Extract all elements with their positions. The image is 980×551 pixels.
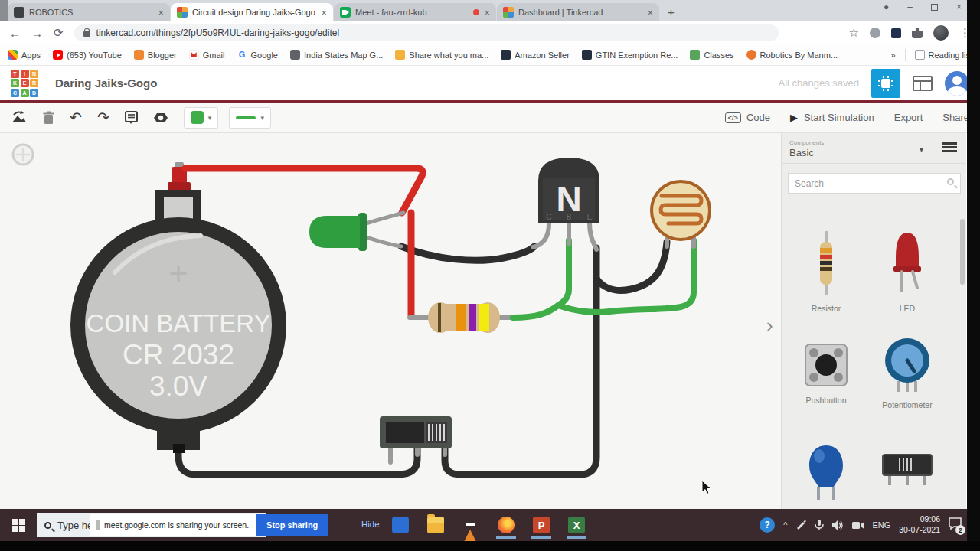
- undo-button[interactable]: ↶: [70, 109, 82, 126]
- zoom-to-fit-button[interactable]: [13, 145, 33, 165]
- language-indicator[interactable]: ENG: [872, 520, 890, 530]
- panel-collapse-chevron[interactable]: ›: [766, 314, 773, 337]
- maximize-button[interactable]: [931, 4, 938, 11]
- circuits-mode-button[interactable]: [871, 69, 900, 98]
- tinkercad-favicon-icon: [177, 7, 188, 18]
- reload-icon[interactable]: ⟳: [54, 26, 64, 40]
- close-window-button[interactable]: ×: [956, 2, 962, 12]
- hidden-icons-chevron[interactable]: ^: [783, 520, 787, 530]
- bookmark-apps[interactable]: Apps: [8, 50, 41, 60]
- tab-dashboard[interactable]: Dashboard | Tinkercad ×: [497, 3, 659, 21]
- extensions-puzzle-icon[interactable]: [912, 28, 923, 38]
- amazon-icon: [582, 50, 592, 60]
- reading-list-icon: [915, 50, 925, 60]
- file-explorer-icon[interactable]: [427, 517, 444, 533]
- close-icon[interactable]: ×: [647, 7, 653, 18]
- camera-icon[interactable]: [852, 521, 864, 530]
- delete-button[interactable]: [43, 111, 54, 125]
- hide-banner-button[interactable]: Hide: [361, 520, 380, 529]
- component-resistor[interactable]: Resistor: [786, 231, 866, 313]
- new-tab-button[interactable]: +: [668, 5, 675, 18]
- design-title[interactable]: Daring Jaiks-Gogo: [55, 77, 157, 90]
- view-grid-icon[interactable]: [913, 76, 933, 91]
- excel-app-icon[interactable]: X: [568, 517, 585, 533]
- wire-style-dropdown[interactable]: ▾: [229, 107, 271, 129]
- stop-sharing-button[interactable]: Stop sharing: [256, 514, 328, 536]
- tab-meet[interactable]: Meet - fau-zrrd-kub ×: [334, 3, 496, 21]
- action-center-button[interactable]: 2: [949, 517, 962, 533]
- start-button[interactable]: [0, 509, 37, 541]
- notes-button[interactable]: [125, 111, 138, 125]
- bookmark-blogger[interactable]: Blogger: [134, 50, 177, 60]
- chevron-down-icon[interactable]: ▾: [920, 145, 923, 154]
- bookmark-gmail[interactable]: Gmail: [189, 50, 225, 60]
- export-button[interactable]: Export: [894, 112, 923, 123]
- browser-profile-avatar[interactable]: [933, 25, 949, 41]
- clock[interactable]: 09:06 30-07-2021: [899, 514, 940, 535]
- vlc-app-icon[interactable]: [462, 517, 479, 533]
- resistor[interactable]: [410, 302, 514, 333]
- speaker-icon[interactable]: [832, 520, 844, 530]
- notes-icon: [125, 111, 138, 125]
- npn-transistor[interactable]: N C B E: [533, 158, 599, 249]
- help-icon[interactable]: ?: [760, 517, 775, 533]
- bookmark-classes[interactable]: Classes: [690, 50, 733, 60]
- tab-label: Dashboard | Tinkercad: [518, 8, 642, 17]
- bookmark-gtin[interactable]: GTIN Exemption Re...: [582, 50, 678, 60]
- record-icon[interactable]: ●: [884, 2, 889, 12]
- component-search-input[interactable]: [788, 173, 961, 194]
- bookmark-star-icon[interactable]: ☆: [849, 26, 859, 40]
- close-icon[interactable]: ×: [158, 7, 164, 18]
- green-led[interactable]: [309, 213, 403, 251]
- rotate-button[interactable]: [11, 111, 28, 125]
- coin-battery[interactable]: + COIN BATTERY CR 2032 3.0V: [70, 162, 286, 453]
- component-pushbutton[interactable]: Pushbutton: [786, 341, 866, 405]
- start-simulation-button[interactable]: ▶ Start Simulation: [790, 112, 874, 123]
- classes-icon: [690, 50, 700, 60]
- circuit-canvas[interactable]: + COIN BATTERY CR 2032 3.0V: [0, 133, 781, 509]
- category-dropdown[interactable]: Basic: [789, 147, 959, 158]
- reading-list-button[interactable]: Reading list: [915, 50, 972, 60]
- color-dropdown[interactable]: ▾: [184, 107, 219, 129]
- powerpoint-app-icon[interactable]: P: [533, 517, 550, 533]
- url-field[interactable]: tinkercad.com/things/2fpU5o9R4UL-daring-…: [74, 24, 779, 41]
- component-capacitor[interactable]: [786, 442, 866, 509]
- bookmark-india-map[interactable]: India States Map G...: [290, 50, 383, 60]
- pin-label-e: E: [587, 213, 593, 221]
- component-slide-switch[interactable]: [867, 452, 947, 495]
- forward-icon[interactable]: →: [31, 27, 43, 40]
- microphone-icon[interactable]: [815, 520, 824, 531]
- toggle-visibility-button[interactable]: [153, 112, 168, 124]
- panel-scrollbar[interactable]: [960, 219, 965, 285]
- bookmarks-overflow-chevron[interactable]: »: [890, 51, 895, 60]
- tinkercad-logo[interactable]: TIN KER CAD: [11, 70, 38, 97]
- tab-robotics[interactable]: ROBOTICS ×: [8, 3, 170, 21]
- extension-icon[interactable]: [891, 28, 901, 38]
- component-led[interactable]: LED: [867, 228, 947, 313]
- bookmark-amazon-seller[interactable]: Amazon Seller: [501, 50, 570, 60]
- eye-icon: [153, 112, 168, 124]
- teams-app-icon[interactable]: [392, 517, 409, 533]
- lock-icon: [83, 31, 90, 37]
- bookmark-google[interactable]: Google: [237, 50, 278, 60]
- photoresistor[interactable]: [652, 181, 710, 246]
- close-icon[interactable]: ×: [321, 7, 327, 18]
- share-button[interactable]: Share: [942, 112, 969, 123]
- close-icon[interactable]: ×: [484, 7, 490, 18]
- bookmark-robotics[interactable]: Robotics By Manm...: [746, 50, 838, 60]
- code-button[interactable]: </> Code: [725, 112, 770, 123]
- component-potentiometer[interactable]: Potentiometer: [867, 337, 947, 409]
- user-avatar[interactable]: [945, 71, 969, 96]
- extension-icon[interactable]: [870, 28, 880, 38]
- pen-icon[interactable]: [795, 520, 806, 530]
- list-view-icon[interactable]: [942, 142, 957, 155]
- tab-circuit-design[interactable]: Circuit design Daring Jaiks-Gogo ×: [171, 3, 333, 21]
- firefox-app-icon[interactable]: [498, 517, 514, 533]
- back-icon[interactable]: ←: [9, 27, 21, 40]
- bookmark-youtube[interactable]: (653) YouTube: [53, 50, 122, 60]
- minimize-button[interactable]: –: [907, 2, 913, 12]
- windows-logo-icon: [12, 519, 25, 532]
- bookmark-share[interactable]: Share what you ma...: [395, 50, 488, 60]
- slide-switch[interactable]: [380, 416, 452, 462]
- redo-button[interactable]: ↷: [97, 109, 109, 126]
